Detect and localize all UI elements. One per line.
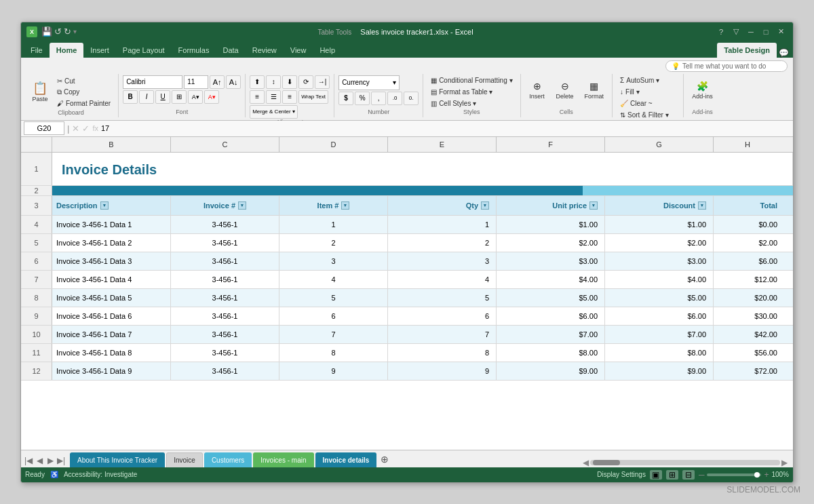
autosum-button[interactable]: Σ AutoSum ▾	[617, 75, 679, 85]
underline-button[interactable]: U	[155, 90, 170, 104]
cell-item-4[interactable]: 1	[279, 216, 388, 233]
border-button[interactable]: ⊞	[172, 90, 187, 104]
sheet-tab-invoices-main[interactable]: Invoices - main	[253, 452, 313, 467]
cell-item-7[interactable]: 4	[279, 271, 388, 288]
filter-description-button[interactable]: ▾	[100, 201, 109, 210]
percent-button[interactable]: %	[355, 92, 370, 105]
tab-table-design[interactable]: Table Design	[717, 43, 777, 58]
cell-unitprice-11[interactable]: $8.00	[497, 344, 605, 362]
cell-item-8[interactable]: 5	[279, 289, 388, 307]
number-format-dropdown[interactable]: Currency ▾	[338, 75, 400, 90]
sheet-nav-prev[interactable]: ◀	[35, 456, 44, 465]
cell-desc-7[interactable]: Invoice 3-456-1 Data 4	[52, 271, 171, 288]
cell-invoice-12[interactable]: 3-456-1	[171, 362, 279, 380]
zoom-out-button[interactable]: ─	[699, 470, 705, 480]
cell-discount-9[interactable]: $6.00	[605, 307, 714, 325]
font-size-input[interactable]	[184, 75, 208, 89]
col-header-e[interactable]: E	[388, 137, 497, 152]
conditional-formatting-button[interactable]: ▦ Conditional Formatting ▾	[427, 75, 516, 85]
sheet-nav-last[interactable]: ▶|	[56, 456, 66, 465]
cell-qty-11[interactable]: 8	[388, 344, 497, 362]
tab-data[interactable]: Data	[216, 43, 245, 58]
save-icon[interactable]: 💾	[41, 26, 52, 37]
cell-total-7[interactable]: $12.00	[714, 271, 781, 288]
cell-unitprice-5[interactable]: $2.00	[497, 234, 605, 252]
cell-qty-8[interactable]: 5	[388, 289, 497, 307]
clear-button[interactable]: 🧹 Clear ~	[617, 98, 679, 109]
cell-discount-8[interactable]: $5.00	[605, 289, 714, 307]
comma-button[interactable]: ,	[371, 92, 386, 105]
zoom-in-button[interactable]: +	[764, 470, 769, 480]
scroll-left-button[interactable]: ◀	[583, 458, 589, 467]
cell-invoice-6[interactable]: 3-456-1	[171, 252, 279, 270]
insert-button[interactable]: ⊕ Insert	[525, 75, 549, 105]
align-center-button[interactable]: ☰	[266, 90, 281, 104]
filter-discount-button[interactable]: ▾	[698, 201, 706, 210]
cell-reference-input[interactable]	[24, 121, 64, 135]
cell-qty-12[interactable]: 9	[388, 362, 497, 380]
italic-button[interactable]: I	[139, 90, 154, 104]
cell-invoice-10[interactable]: 3-456-1	[171, 326, 279, 343]
cell-unitprice-4[interactable]: $1.00	[497, 216, 605, 233]
cell-desc-11[interactable]: Invoice 3-456-1 Data 8	[52, 344, 171, 362]
confirm-formula-button[interactable]: ✓	[82, 123, 90, 134]
font-name-input[interactable]	[123, 75, 182, 89]
undo-icon[interactable]: ↺	[54, 26, 62, 37]
sheet-tab-customers[interactable]: Customers	[204, 452, 252, 467]
col-header-f[interactable]: F	[497, 137, 605, 152]
decrease-font-button[interactable]: A↓	[226, 75, 241, 89]
cell-item-10[interactable]: 7	[279, 326, 388, 343]
filter-qty-button[interactable]: ▾	[481, 201, 489, 210]
tab-file[interactable]: File	[24, 43, 50, 58]
cell-total-12[interactable]: $72.00	[714, 362, 781, 380]
help-icon[interactable]: ?	[714, 25, 728, 39]
cell-unitprice-6[interactable]: $3.00	[497, 252, 605, 270]
sheet-nav-first[interactable]: |◀	[24, 456, 33, 465]
col-header-c[interactable]: C	[171, 137, 279, 152]
cell-qty-4[interactable]: 1	[388, 216, 497, 233]
chat-icon[interactable]: 💬	[777, 48, 790, 58]
align-right-button[interactable]: ≡	[282, 90, 297, 104]
filter-invoice-button[interactable]: ▾	[238, 201, 246, 210]
tell-me-input[interactable]: 💡 Tell me what you want to do	[665, 60, 788, 72]
align-bottom-button[interactable]: ⬇	[282, 75, 297, 89]
col-header-h[interactable]: H	[714, 137, 781, 152]
tab-insert[interactable]: Insert	[83, 43, 116, 58]
cell-discount-4[interactable]: $1.00	[605, 216, 714, 233]
cell-invoice-7[interactable]: 3-456-1	[171, 271, 279, 288]
cell-desc-10[interactable]: Invoice 3-456-1 Data 7	[52, 326, 171, 343]
cell-qty-9[interactable]: 6	[388, 307, 497, 325]
formula-input[interactable]	[101, 124, 790, 132]
cell-unitprice-7[interactable]: $4.00	[497, 271, 605, 288]
cell-total-11[interactable]: $56.00	[714, 344, 781, 362]
display-settings-label[interactable]: Display Settings	[597, 471, 646, 478]
cell-total-8[interactable]: $20.00	[714, 289, 781, 307]
cell-discount-10[interactable]: $7.00	[605, 326, 714, 343]
cell-discount-11[interactable]: $8.00	[605, 344, 714, 362]
page-layout-view-button[interactable]: ⊞	[666, 470, 678, 480]
tab-review[interactable]: Review	[246, 43, 284, 58]
format-button[interactable]: ▦ Format	[581, 75, 608, 105]
add-sheet-button[interactable]: ⊕	[378, 452, 391, 466]
ribbon-collapse-icon[interactable]: ▽	[729, 25, 743, 39]
cell-qty-5[interactable]: 2	[388, 234, 497, 252]
font-color-button[interactable]: A▾	[204, 90, 219, 104]
cell-discount-7[interactable]: $4.00	[605, 271, 714, 288]
cell-item-5[interactable]: 2	[279, 234, 388, 252]
cut-button[interactable]: ✂ Cut	[54, 76, 114, 86]
cell-unitprice-12[interactable]: $9.00	[497, 362, 605, 380]
align-top-button[interactable]: ⬆	[250, 75, 265, 89]
format-as-table-button[interactable]: ▤ Format as Table ▾	[427, 87, 516, 97]
minimize-button[interactable]: ─	[744, 25, 758, 39]
cell-qty-10[interactable]: 7	[388, 326, 497, 343]
tab-page-layout[interactable]: Page Layout	[116, 43, 172, 58]
sheet-nav-next[interactable]: ▶	[45, 456, 55, 465]
accessibility-status[interactable]: Accessibility: Investigate	[64, 471, 137, 478]
accounting-button[interactable]: $	[338, 92, 353, 105]
cell-unitprice-9[interactable]: $6.00	[497, 307, 605, 325]
cell-qty-6[interactable]: 3	[388, 252, 497, 270]
cell-item-9[interactable]: 6	[279, 307, 388, 325]
cell-invoice-8[interactable]: 3-456-1	[171, 289, 279, 307]
align-middle-button[interactable]: ↕	[266, 75, 281, 89]
restore-button[interactable]: □	[759, 25, 773, 39]
